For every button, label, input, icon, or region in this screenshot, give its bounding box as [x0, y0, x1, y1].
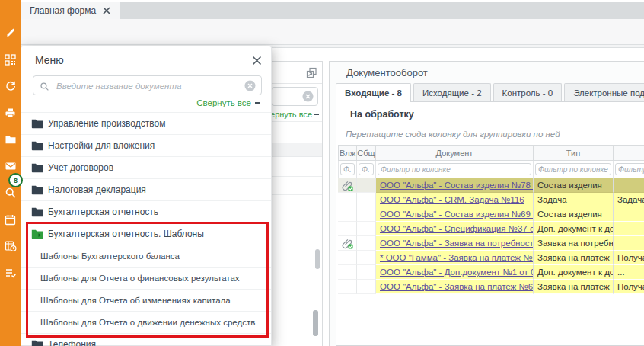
qr-code-icon[interactable] — [0, 50, 21, 69]
table-row[interactable]: ООО "Альфа" - CRM. Задача №116 Задача За… — [338, 193, 644, 207]
document-link[interactable]: ООО "Альфа" - Спецификация №37 от ... — [376, 224, 533, 233]
navigator-header — [269, 62, 322, 84]
docflow-tabs: Входящие - 8 Исходящие - 2 Контроль - 0 … — [336, 83, 644, 101]
filter-input[interactable] — [535, 163, 611, 175]
document-link[interactable]: ООО "Альфа" - Доп.документ №1 от 06... — [376, 268, 533, 277]
table-row[interactable]: ООО "Альфа" - Состав изделия №69 от... С… — [338, 207, 644, 222]
type-cell: Состав изделия — [534, 181, 606, 190]
type-cell: Заявка на потребность — [534, 239, 613, 248]
folder-icon — [31, 340, 43, 346]
document-link[interactable]: ООО "Альфа" - CRM. Задача №116 — [376, 195, 533, 204]
menu-list: Управление производством Настройки для в… — [21, 112, 271, 346]
menu-item[interactable]: Налоговая декларация — [21, 179, 271, 201]
print-icon[interactable] — [0, 104, 21, 122]
menu-item[interactable]: Учет договоров — [21, 157, 271, 179]
close-icon[interactable] — [252, 55, 262, 65]
attachment-cell — [338, 265, 357, 280]
table-row[interactable]: * ООО "Гамма" - Заявка на платеж №6... З… — [338, 251, 644, 265]
table-row[interactable]: ООО "Альфа" - Заявка на платеж №64 ... З… — [338, 280, 644, 294]
column-header-type[interactable]: Тип — [534, 145, 614, 161]
edit-icon[interactable] — [0, 24, 21, 42]
menu-subitem[interactable]: Шаблоны для Отчета о движении денежных с… — [21, 312, 271, 334]
extra-cell: Получат... — [614, 253, 644, 262]
list-divider — [269, 213, 322, 213]
menu-subitem[interactable]: Шаблоны для Отчета о финансовых результа… — [21, 268, 271, 290]
group-header: На обработку — [350, 109, 414, 120]
minus-icon[interactable] — [314, 114, 319, 115]
document-link[interactable]: ООО "Альфа" - Заявка на потребность ... — [376, 239, 533, 248]
extra-cell: Задача №... — [614, 195, 644, 204]
message-cell — [357, 207, 376, 222]
navigator-search-input[interactable] — [271, 87, 318, 106]
tab-outgoing[interactable]: Исходящие - 2 — [413, 83, 491, 101]
scrollbar-thumb[interactable] — [313, 310, 318, 336]
document-link[interactable]: * ООО "Гамма" - Заявка на платеж №6... — [376, 253, 533, 262]
menu-subitem[interactable]: Шаблоны Бухгалтерского баланса — [21, 245, 271, 268]
group-by-hint[interactable]: Перетащите сюда колонку для группировки … — [346, 130, 560, 139]
unread-badge: 8 — [8, 173, 23, 187]
list-divider — [269, 194, 322, 195]
menu-overlay: Меню Свернуть все Управление производств… — [21, 46, 272, 346]
minus-icon[interactable] — [255, 102, 260, 104]
column-header-extra[interactable] — [614, 145, 644, 161]
checklist-icon[interactable] — [0, 264, 21, 282]
refresh-icon[interactable] — [0, 77, 21, 95]
menu-item-label: Бухгалтерская отчетность. Шаблоны — [48, 229, 204, 239]
paperclip-check-icon — [342, 180, 353, 191]
table-header-row: Влж Сбщ Документ Тип — [338, 145, 644, 161]
document-link[interactable]: ООО "Альфа" - Состав изделия №78 от... — [376, 181, 533, 190]
docflow-panel: Документооборот Входящие - 8 Исходящие -… — [329, 61, 644, 346]
clear-search-icon[interactable] — [302, 91, 314, 102]
tab-main-form[interactable]: Главная форма — [21, 2, 120, 19]
scrollbar-thumb[interactable] — [315, 249, 320, 269]
attachment-cell — [338, 280, 357, 294]
menu-item[interactable]: Бухгалтерская отчетность — [21, 201, 271, 223]
type-cell: Задача — [534, 195, 571, 204]
folder-icon — [31, 119, 43, 129]
menu-item-active[interactable]: Бухгалтерская отчетность. Шаблоны — [21, 223, 271, 245]
extra-cell: ... — [614, 268, 629, 277]
tab-control[interactable]: Контроль - 0 — [493, 83, 563, 101]
folder-icon[interactable] — [0, 130, 21, 149]
report-schedule-icon[interactable] — [0, 237, 21, 255]
menu-item-label: Учет договоров — [48, 162, 113, 173]
open-in-window-icon[interactable] — [306, 67, 317, 78]
filter-input[interactable] — [615, 163, 644, 175]
filter-input[interactable] — [340, 163, 355, 175]
menu-item[interactable]: Настройки для вложения — [21, 135, 271, 157]
docflow-content: На обработку Перетащите сюда колонку для… — [336, 101, 644, 346]
menu-item[interactable]: Телефония — [21, 334, 271, 346]
attachment-cell — [338, 236, 357, 251]
tab-incoming[interactable]: Входящие - 8 — [336, 83, 411, 102]
menu-search-input[interactable] — [55, 77, 248, 95]
collapse-all-link[interactable]: Свернуть все — [196, 98, 251, 107]
folder-icon — [31, 163, 43, 173]
table-row[interactable]: ООО "Альфа" - Состав изделия №78 от... С… — [338, 178, 644, 193]
filter-input[interactable] — [378, 163, 531, 175]
menu-item-label: Шаблоны для Отчета об изменениях капитал… — [40, 296, 231, 305]
column-header-attachment[interactable]: Влж — [338, 145, 357, 161]
extra-cell: Получат... — [614, 282, 644, 291]
calendar-icon[interactable] — [0, 210, 21, 229]
menu-item-label: Управление производством — [48, 118, 165, 129]
tab-close-icon[interactable] — [103, 7, 110, 14]
table-row[interactable]: ООО "Альфа" - Спецификация №37 от ... До… — [338, 222, 644, 236]
document-link[interactable]: ООО "Альфа" - Состав изделия №69 от... — [376, 210, 533, 219]
menu-item[interactable]: Управление производством — [21, 113, 271, 135]
message-cell — [357, 251, 376, 265]
tab-signatures[interactable]: Электронные подписи — [564, 83, 644, 101]
clear-search-icon[interactable] — [244, 80, 256, 91]
menu-subitem[interactable]: Шаблоны для Отчета об изменениях капитал… — [21, 290, 271, 312]
table-row[interactable]: ООО "Альфа" - Заявка на потребность ... … — [338, 236, 644, 251]
menu-item-label: Телефония — [48, 339, 96, 346]
message-cell — [357, 222, 376, 236]
filter-input[interactable] — [359, 163, 374, 175]
table-row[interactable]: ООО "Альфа" - Доп.документ №1 от 06... Д… — [338, 265, 644, 280]
message-cell — [357, 265, 376, 280]
column-header-document[interactable]: Документ — [376, 145, 534, 161]
type-cell: Заявка на платеж — [534, 282, 613, 291]
column-header-message[interactable]: Сбщ — [357, 145, 376, 161]
tab-bar: Главная форма — [21, 0, 644, 19]
menu-item-label: Налоговая декларация — [48, 184, 146, 195]
document-link[interactable]: ООО "Альфа" - Заявка на платеж №64 ... — [376, 282, 533, 291]
